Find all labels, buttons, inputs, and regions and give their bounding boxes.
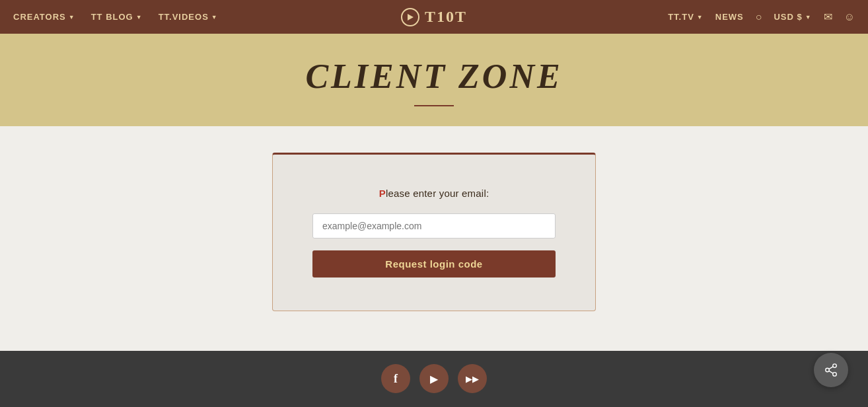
logo-icon	[401, 8, 419, 26]
navbar-center: T10T	[401, 8, 467, 26]
instagram-button[interactable]: ▶	[419, 364, 449, 393]
share-fab-button[interactable]	[814, 353, 848, 387]
svg-line-5	[829, 367, 833, 369]
email-input[interactable]	[312, 213, 556, 239]
facebook-icon: f	[394, 372, 398, 386]
tt-videos-dropdown-arrow: ▼	[211, 14, 218, 20]
user-icon[interactable]: ☺	[844, 11, 855, 23]
highlight-p: P	[379, 188, 386, 199]
hero-divider	[414, 105, 454, 106]
news-label: NEWS	[715, 12, 744, 22]
nav-item-currency[interactable]: USD $ ▼	[774, 12, 811, 22]
nav-item-news[interactable]: NEWS	[715, 12, 744, 22]
youtube-icon: ▶▶	[466, 374, 479, 384]
card-prompt: Please enter your email:	[312, 188, 556, 199]
nav-item-tt-blog[interactable]: TT BLOG ▼	[91, 12, 143, 22]
facebook-button[interactable]: f	[381, 364, 410, 393]
tt-tv-label: TT.TV	[668, 12, 694, 22]
nav-item-tt-tv[interactable]: TT.TV ▼	[668, 12, 704, 22]
tt-tv-dropdown-arrow: ▼	[697, 14, 704, 20]
footer: f ▶ ▶▶	[0, 351, 868, 407]
nav-item-creators[interactable]: CREATORS ▼	[13, 12, 75, 22]
mail-icon[interactable]: ✉	[824, 11, 832, 23]
footer-social: f ▶ ▶▶	[0, 364, 868, 393]
instagram-icon: ▶	[430, 373, 438, 385]
main-content: Please enter your email: Request login c…	[0, 126, 868, 351]
youtube-button[interactable]: ▶▶	[458, 364, 487, 393]
navbar-left: CREATORS ▼ TT BLOG ▼ TT.VIDEOS ▼	[13, 12, 218, 22]
logo-text[interactable]: T10T	[425, 8, 467, 26]
login-card: Please enter your email: Request login c…	[272, 153, 596, 311]
svg-line-4	[829, 371, 833, 373]
hero-title: CLIENT ZONE	[0, 57, 868, 96]
request-login-button[interactable]: Request login code	[312, 250, 556, 278]
navbar: CREATORS ▼ TT BLOG ▼ TT.VIDEOS ▼ T10T TT…	[0, 0, 868, 34]
navbar-right: TT.TV ▼ NEWS ○ USD $ ▼ ✉ ☺	[668, 11, 855, 23]
svg-point-2	[826, 368, 830, 372]
search-icon[interactable]: ○	[756, 11, 762, 23]
creators-dropdown-arrow: ▼	[69, 14, 75, 20]
currency-label: USD $	[774, 12, 802, 22]
tt-blog-dropdown-arrow: ▼	[136, 14, 143, 20]
nav-item-tt-videos[interactable]: TT.VIDEOS ▼	[159, 12, 218, 22]
tt-videos-label: TT.VIDEOS	[159, 12, 209, 22]
currency-dropdown-arrow: ▼	[805, 14, 812, 20]
creators-label: CREATORS	[13, 12, 66, 22]
hero-banner: CLIENT ZONE	[0, 34, 868, 126]
svg-point-1	[833, 364, 837, 368]
svg-point-3	[833, 373, 837, 377]
svg-marker-0	[408, 14, 414, 20]
tt-blog-label: TT BLOG	[91, 12, 133, 22]
